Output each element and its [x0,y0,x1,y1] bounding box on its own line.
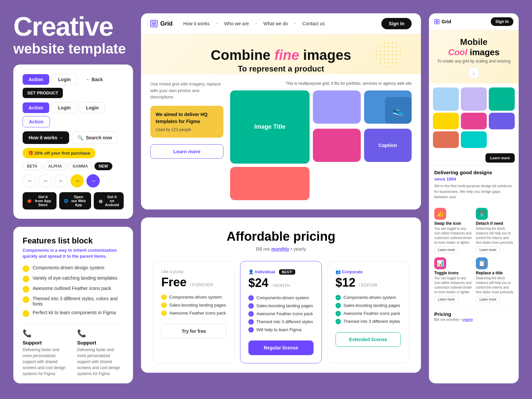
detach-icon: ✂️ [476,208,488,220]
ind-check-4: ✓ [248,319,254,325]
tags-row: BETA ALPHA GAMMA NEW [23,162,124,170]
nav-link-who-we-are[interactable]: Who we are [224,21,249,26]
set-product-button[interactable]: SET PRODUCT [23,88,63,98]
grid-logo-icon [150,20,158,27]
support-item-1: 📞 Support Delivering faster and more per… [23,329,69,377]
mobile-billing-label: Bill me monthly • [434,318,463,322]
free-feature-2: ✓ Sales-boosting landing pages [161,303,226,308]
svg-rect-6 [435,22,437,24]
nav-link-what-we-do[interactable]: What we do [263,21,288,26]
replace-icon: 📋 [476,257,488,269]
individual-feature-1: ✓ Components-driven system [248,295,314,301]
login-button-2[interactable]: Login [52,102,77,113]
how-it-works-button[interactable]: How it works → [23,131,69,144]
mg-cell-teal [489,87,515,111]
promo-badge: 🎁 25% off your first purchase [23,148,95,158]
feature-item-2: ✓ Variety of eye-catching landing templa… [23,275,124,282]
hero-pre-text: Combine [211,47,274,63]
webapp-button[interactable]: 🌐 Open our Web App [59,192,91,209]
corp-check-4: ✓ [335,319,341,324]
svg-rect-7 [437,22,439,24]
grid-cell-purple [313,90,360,124]
corporate-plan-period: / EDITOR [359,283,377,288]
mobile-hero-images-text: images [470,47,500,57]
login-button-1[interactable]: Login [52,74,77,85]
mock-hero: Combine fine images To represent a produ… [141,34,421,74]
fi-replace-desc: Detaching the block instance will help y… [476,276,513,295]
mobile-features-since: since 1954 [434,177,456,182]
free-check-2: ✓ [161,303,167,308]
webapp-label: Open our Web App [70,195,86,207]
mock-signin-button[interactable]: Sign In [381,18,412,29]
toggle-icon: 📊 [434,257,446,269]
arrow-left-1[interactable]: ← [55,174,68,188]
fi-toggle-learn-button[interactable]: Learn more [434,296,459,303]
back-button[interactable]: ← Back [80,74,109,85]
feature-icons-grid: 👍 Swap the icon You can toggle to any ic… [429,204,519,307]
android-button[interactable]: 🤖 Get it on Android [94,192,124,209]
dots-decoration [374,41,401,67]
fi-item-toggle: 📊 Toggle icons You can toggle to any ico… [434,257,472,303]
mobile-signin-button[interactable]: Sign In [491,17,513,26]
action-button-1[interactable]: Action [23,74,49,85]
free-plan-features: ✓ Components-driven system ✓ Sales-boost… [161,295,226,316]
check-icon-2: ✓ [23,276,29,282]
regular-license-button[interactable]: Regular license [248,340,314,355]
mobile-logo: Grid [434,19,451,24]
login-button-3[interactable]: Login [80,102,105,113]
individual-feature-3: ✓ Awesome Feather icons pack [248,311,314,317]
free-feature-3: ✓ Awesome Feather icons pack [161,311,226,316]
mock-highlight-box: We aimed to deliver HQ templates for Fig… [150,106,223,138]
mg-cell-green-light [461,131,487,148]
fi-swap-learn-button[interactable]: Learn more [434,246,459,253]
action-button-3[interactable]: Action [23,116,50,127]
billing-monthly-toggle[interactable]: monthly [271,246,289,252]
search-button[interactable]: 🔍 Search now [72,131,118,144]
appstore-button[interactable]: 🍎 Get it from App Store [23,192,57,209]
mobile-billing-yearly[interactable]: yearly [463,318,473,322]
mock-logo: Grid [150,20,173,27]
ind-check-3: ✓ [248,311,254,317]
button-row-1: Action Login ← Back SET PRODUCT [23,74,124,98]
mobile-features-block: Delivering good designs since 1954 We're… [429,165,519,204]
mobile-hero-cool-text: Cool [448,47,467,57]
support-title-2: Support [77,340,124,345]
mobile-scroll-button[interactable]: ↓ [468,67,480,79]
components-card: Action Login ← Back SET PRODUCT Action L… [13,65,133,219]
learn-more-button[interactable]: Learn more [150,144,223,159]
billing-separator: • yearly [291,246,306,252]
svg-rect-0 [152,22,154,23]
nav-link-how-it-works[interactable]: How it works [183,21,209,26]
mock-nav-links: How it works • Who we are • What we do •… [183,21,371,26]
mobile-learn-more-button[interactable]: Learn more [485,153,515,163]
highlight-box-sub: Used by 123 people [156,127,191,132]
fi-replace-learn-button[interactable]: Learn more [476,296,500,303]
action-button-2[interactable]: Action [23,102,49,113]
shoe-image: 👟 [385,97,412,124]
extended-license-button[interactable]: Extended license [335,332,401,347]
arrow-right-2[interactable]: → [39,174,52,188]
fi-detach-learn-button[interactable]: Learn more [476,246,500,253]
search-label: Search now [86,135,112,140]
arrow-right-purple[interactable]: → [86,174,100,188]
store-buttons-row: 🍎 Get it from App Store 🌐 Open our Web A… [23,192,124,209]
mobile-pricing-title: Pricing [434,311,513,317]
nav-link-contact[interactable]: Contact us [303,21,325,26]
corp-check-3: ✓ [335,311,341,316]
hero-fine-text: fine [274,47,299,63]
free-feature-1: ✓ Components-driven system [161,295,226,300]
mobile-hero-desc: To create any grid by scaling and resizi… [434,59,513,64]
svg-rect-1 [154,22,156,23]
grid-cell-blue-shoe: 👟 [364,90,412,124]
billing-toggle: Bill me monthly • yearly [153,246,409,252]
try-for-free-button[interactable]: Try for free [161,324,226,338]
corp-check-1: ✓ [335,295,341,300]
individual-plan-features: ✓ Components-driven system ✓ Sales-boost… [248,295,314,332]
arrow-right-yellow[interactable]: → [70,174,84,188]
feature-label-3: Awesome outlined Feather icons pack [33,286,111,291]
pricing-card-individual: 👤 Individual BEST! $24 / MONTH ✓ Compone… [240,261,322,363]
image-grid: Image Title 👟 Caption [230,90,412,200]
arrow-right-1[interactable]: → [23,174,36,188]
feature-label-2: Variety of eye-catching landing template… [33,275,117,281]
feature-label-4: Themed into 3 different styles, colors a… [33,296,124,307]
